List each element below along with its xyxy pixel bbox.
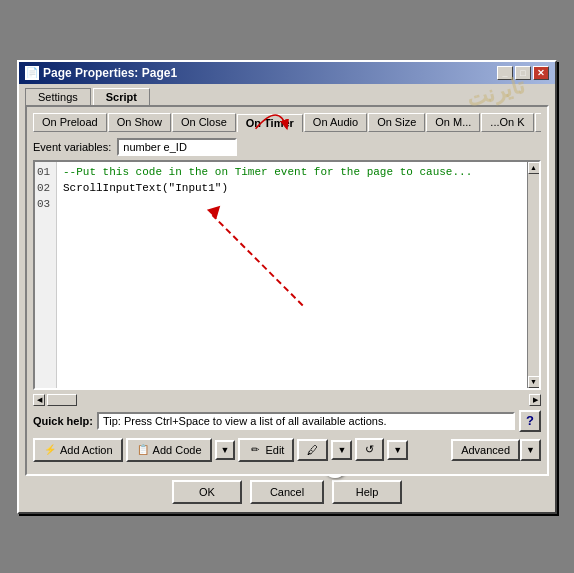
event-tab-bar: On Preload On Show On Close On Timer On … xyxy=(33,113,541,132)
rotate-dropdown[interactable]: ▼ xyxy=(387,440,408,460)
minimize-button[interactable]: _ xyxy=(497,66,513,80)
window-body: Settings Script On Preload On Show On Cl… xyxy=(19,84,555,512)
quick-help-row: Quick help: Tip: Press Ctrl+Space to vie… xyxy=(33,410,541,432)
action-buttons-row: ⚡ Add Action 📋 Add Code ▼ ✏ Edit 🖊 xyxy=(33,438,541,462)
event-variables-label: Event variables: xyxy=(33,141,111,153)
code-line-2: ScrollInputText("Input1") xyxy=(63,180,523,196)
event-variables-input[interactable] xyxy=(117,138,237,156)
edit-icon: ✏ xyxy=(248,443,262,457)
code-content: --Put this code in the on Timer event fo… xyxy=(59,162,527,388)
tab-on-m[interactable]: On M... xyxy=(426,113,480,132)
tab-settings[interactable]: Settings xyxy=(25,88,91,105)
scroll-left-arrow[interactable]: ◀ xyxy=(33,394,45,406)
tab-on-audio[interactable]: On Audio xyxy=(304,113,367,132)
main-window: 📄 Page Properties: Page1 _ □ ✕ Settings … xyxy=(17,60,557,514)
tab-on-k[interactable]: ...On K xyxy=(481,113,533,132)
tab-on-size[interactable]: On Size xyxy=(368,113,425,132)
vertical-scrollbar[interactable]: ▲ ▼ xyxy=(527,162,539,388)
help-button[interactable]: Help xyxy=(332,480,402,504)
tab-on-timer[interactable]: On Timer xyxy=(237,114,303,132)
event-variables-row: Event variables: xyxy=(33,138,541,156)
help-icon-button[interactable]: ? xyxy=(519,410,541,432)
maximize-button[interactable]: □ xyxy=(515,66,531,80)
scroll-track xyxy=(45,394,529,406)
add-action-button[interactable]: ⚡ Add Action xyxy=(33,438,123,462)
quick-help-label: Quick help: xyxy=(33,415,93,427)
advanced-dropdown-arrow[interactable]: ▼ xyxy=(520,439,541,461)
window-title: Page Properties: Page1 xyxy=(43,66,177,80)
scroll-thumb[interactable] xyxy=(47,394,77,406)
line-numbers: 01 02 03 xyxy=(35,162,57,388)
scroll-right-arrow[interactable]: ▶ xyxy=(529,394,541,406)
bottom-buttons-row: OK Cancel Help xyxy=(25,476,549,506)
add-action-icon: ⚡ xyxy=(43,443,57,457)
rotate-button[interactable]: ↺ xyxy=(355,438,384,461)
add-code-dropdown-arrow[interactable]: ▼ xyxy=(215,440,236,460)
cancel-button[interactable]: Cancel xyxy=(250,480,324,504)
tab-on-preload[interactable]: On Preload xyxy=(33,113,107,132)
ok-button[interactable]: OK xyxy=(172,480,242,504)
code-editor[interactable]: 01 02 03 --Put this code in the on Timer… xyxy=(35,162,539,388)
advanced-group: Advanced ▼ xyxy=(451,439,541,461)
scroll-down-arrow[interactable]: ▼ xyxy=(528,376,540,388)
title-bar: 📄 Page Properties: Page1 _ □ ✕ xyxy=(19,62,555,84)
scroll-up-arrow[interactable]: ▲ xyxy=(528,162,540,174)
tab-script[interactable]: Script xyxy=(93,88,150,105)
code-line-3 xyxy=(63,196,523,212)
code-editor-wrapper: 01 02 03 --Put this code in the on Timer… xyxy=(33,160,541,390)
advanced-button[interactable]: Advanced xyxy=(451,439,520,461)
add-code-icon: 📋 xyxy=(136,443,150,457)
window-icon: 📄 xyxy=(25,66,39,80)
top-tab-bar: Settings Script xyxy=(25,88,549,105)
nav-left-dropdown[interactable]: ▼ xyxy=(331,440,352,460)
quick-help-text: Tip: Press Ctrl+Space to view a list of … xyxy=(97,412,515,430)
nav-left-button[interactable]: 🖊 xyxy=(297,439,328,461)
tab-on-mou[interactable]: Mou... xyxy=(535,113,541,132)
title-bar-left: 📄 Page Properties: Page1 xyxy=(25,66,177,80)
horizontal-scrollbar[interactable]: ◀ ▶ xyxy=(33,394,541,406)
tab-on-close[interactable]: On Close xyxy=(172,113,236,132)
nav-left-icon: 🖊 xyxy=(307,444,318,456)
edit-button[interactable]: ✏ Edit xyxy=(238,438,294,462)
code-line-1: --Put this code in the on Timer event fo… xyxy=(63,164,523,180)
title-buttons: _ □ ✕ xyxy=(497,66,549,80)
rotate-icon: ↺ xyxy=(365,443,374,456)
add-code-button[interactable]: 📋 Add Code xyxy=(126,438,212,462)
tab-on-show[interactable]: On Show xyxy=(108,113,171,132)
content-area: On Preload On Show On Close On Timer On … xyxy=(25,105,549,476)
close-button[interactable]: ✕ xyxy=(533,66,549,80)
